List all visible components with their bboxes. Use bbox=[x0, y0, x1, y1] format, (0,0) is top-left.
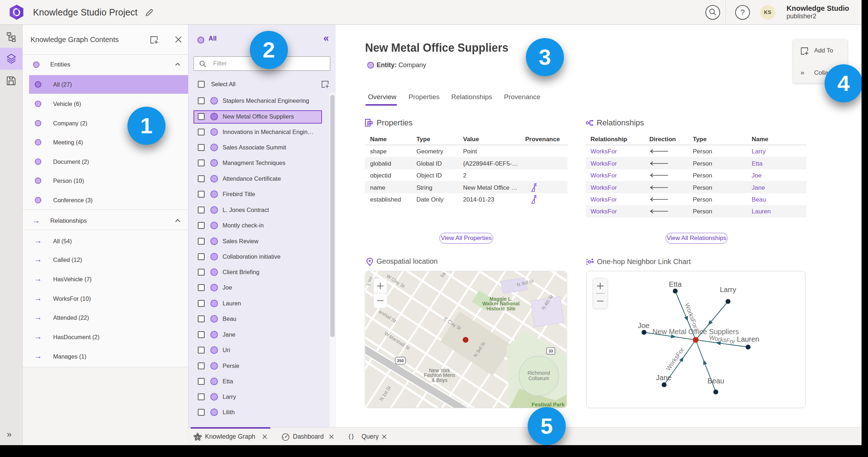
svg-text:Beau: Beau bbox=[708, 377, 724, 385]
svg-text:Historic Site: Historic Site bbox=[486, 306, 515, 311]
svg-text:Larry: Larry bbox=[720, 286, 736, 294]
svg-text:Lauren: Lauren bbox=[737, 335, 759, 343]
svg-text:33: 33 bbox=[549, 349, 553, 353]
svg-text:Jane: Jane bbox=[656, 374, 671, 382]
svg-text:Coliseum: Coliseum bbox=[528, 375, 549, 381]
svg-text:Richmond: Richmond bbox=[528, 370, 550, 376]
svg-text:250: 250 bbox=[397, 359, 403, 363]
svg-text:& Boys: & Boys bbox=[431, 377, 447, 383]
svg-text:Festival Park: Festival Park bbox=[532, 401, 565, 407]
svg-text:Etta: Etta bbox=[669, 280, 682, 288]
svg-text:New Metal Office Suppliers: New Metal Office Suppliers bbox=[653, 328, 739, 336]
svg-text:Joe: Joe bbox=[638, 322, 649, 329]
